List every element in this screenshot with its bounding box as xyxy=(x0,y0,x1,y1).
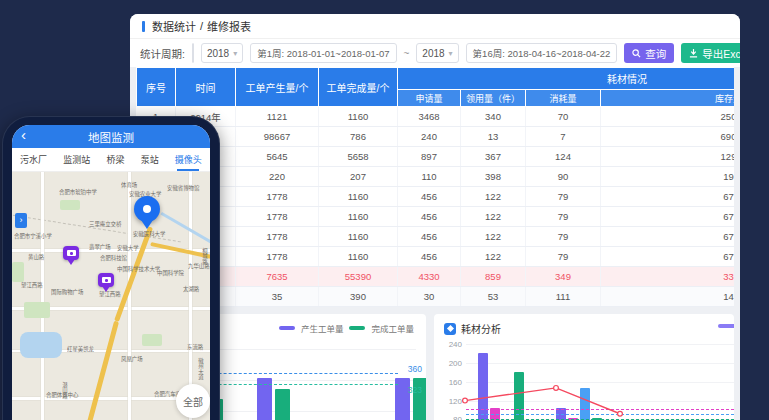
table-cell: 690 xyxy=(601,127,735,147)
table-cell: 55390 xyxy=(319,267,398,287)
bar xyxy=(275,389,290,420)
analysis-icon xyxy=(444,323,456,335)
export-excel-button[interactable]: 导出Excel xyxy=(681,43,740,63)
camera-marker[interactable] xyxy=(98,273,114,287)
table-cell: 398 xyxy=(461,167,526,187)
table-cell: 53 xyxy=(461,287,526,307)
y-axis-tick: 200 xyxy=(440,359,462,368)
table-cell: 4330 xyxy=(398,267,461,287)
table-cell: 340 xyxy=(461,107,526,127)
breadcrumb-section[interactable]: 数据统计 xyxy=(152,18,196,34)
chevron-down-icon: ▾ xyxy=(449,49,453,58)
table-cell: 5645 xyxy=(236,147,319,167)
column-header: 序号 xyxy=(137,68,176,107)
table-cell: 122 xyxy=(461,227,526,247)
breadcrumb-accent-bar xyxy=(142,21,145,32)
selected-location-pin[interactable] xyxy=(134,196,160,222)
sub-column-header: 消耗量 xyxy=(526,90,601,107)
table-row: 98667786240137690 xyxy=(137,127,735,147)
map-label: 安徽省博物馆 xyxy=(167,184,199,192)
map-label: 合肥市琥珀中学 xyxy=(59,188,97,196)
legend-swatch xyxy=(718,324,734,328)
breadcrumb: 数据统计 / 维修报表 xyxy=(130,14,740,39)
period-label: 统计周期: xyxy=(140,46,185,61)
map-label: 桐城路 xyxy=(201,248,209,264)
table-row: 56455658897367124129 xyxy=(137,147,735,167)
table-cell: 349 xyxy=(526,267,601,287)
end-week-field[interactable]: 第16周: 2018-04-16~2018-04-22 xyxy=(466,43,618,63)
highway xyxy=(87,321,119,420)
tab-摄像头[interactable]: 摄像头 xyxy=(175,149,202,170)
table-row: 177811604561227967 xyxy=(137,247,735,267)
report-table-wrap: 序号时间工单产生量/个工单完成量/个耗材情况申请量领用量（件）消耗量库存量120… xyxy=(136,67,734,307)
start-year-select[interactable]: 2018 ▾ xyxy=(201,43,243,63)
phone-screen: ‹ 地图监测 污水厂监测站桥梁泵站摄像头 xyxy=(12,125,210,420)
table-cell: 111 xyxy=(526,287,601,307)
tab-桥梁[interactable]: 桥梁 xyxy=(106,149,124,170)
road xyxy=(189,172,192,420)
table-cell: 1778 xyxy=(236,207,319,227)
park-area xyxy=(142,334,162,346)
table-cell: 220 xyxy=(236,167,319,187)
start-week-field[interactable]: 第1周: 2018-01-01~2018-01-07 xyxy=(250,43,396,63)
chart-title-row: 耗材分析 xyxy=(444,321,501,336)
average-reference-line xyxy=(466,409,734,410)
charts-row: 产生工单量完成工单量 360323 耗材分析 2402001601208040 xyxy=(138,314,734,420)
range-separator: ~ xyxy=(404,48,410,59)
show-all-button[interactable]: 全部 xyxy=(176,384,210,418)
y-axis-tick: 120 xyxy=(440,397,462,406)
group-column-header: 耗材情况 xyxy=(398,68,735,90)
search-icon xyxy=(632,49,641,58)
table-cell: 1160 xyxy=(319,247,398,267)
breadcrumb-separator: / xyxy=(200,20,203,32)
table-cell: 98667 xyxy=(236,127,319,147)
map-label: 红星美凯龙 xyxy=(67,345,94,353)
table-cell: 110 xyxy=(398,167,461,187)
table-cell: 5658 xyxy=(319,147,398,167)
map-label: 体育场 xyxy=(121,181,137,189)
table-cell: 786 xyxy=(319,127,398,147)
tab-污水厂[interactable]: 污水厂 xyxy=(20,149,47,170)
table-cell: 30 xyxy=(398,287,461,307)
camera-marker[interactable] xyxy=(63,246,79,260)
table-cell: 79 xyxy=(526,227,601,247)
table-cell: 67 xyxy=(601,247,735,267)
period-segmented-control: 年季月周日 xyxy=(192,43,194,63)
table-cell: 1160 xyxy=(319,187,398,207)
map-label: 中国科学技术大学 xyxy=(117,265,160,273)
table-cell: 240 xyxy=(398,127,461,147)
map-label: 中国科学院 xyxy=(157,269,184,277)
table-cell: 1778 xyxy=(236,187,319,207)
table-cell: 90 xyxy=(526,167,601,187)
phone-mockup: ‹ 地图监测 污水厂监测站桥梁泵站摄像头 xyxy=(2,116,220,420)
expand-panel-button[interactable]: › xyxy=(15,213,27,228)
table-cell: 33 xyxy=(601,267,735,287)
table-cell: 1160 xyxy=(319,207,398,227)
map-label: 东流路 xyxy=(187,343,203,351)
end-year-select[interactable]: 2018 ▾ xyxy=(416,43,458,63)
table-cell: 1778 xyxy=(236,247,319,267)
marker-pointer xyxy=(67,259,75,265)
table-cell: 1778 xyxy=(236,227,319,247)
search-button[interactable]: 查询 xyxy=(624,43,674,63)
table-cell: 367 xyxy=(461,147,526,167)
period-option-年[interactable]: 年 xyxy=(193,44,194,62)
gridline xyxy=(466,363,734,364)
tab-泵站[interactable]: 泵站 xyxy=(141,149,159,170)
table-cell: 1160 xyxy=(319,227,398,247)
phone-tab-bar: 污水厂监测站桥梁泵站摄像头 xyxy=(12,148,210,172)
table-cell: 456 xyxy=(398,187,461,207)
back-icon[interactable]: ‹ xyxy=(21,126,26,143)
map-view[interactable]: › 全部 体育场安徽农业大学安徽省博物馆合肥市琥珀中学三里庵立交桥合肥市宁溪小学… xyxy=(12,172,210,420)
map-label: 徽州大道 xyxy=(197,358,205,380)
table-cell: 124 xyxy=(526,147,601,167)
table-cell: 7 xyxy=(526,127,601,147)
park-area xyxy=(24,302,50,318)
table-row: 177811604561227967 xyxy=(137,187,735,207)
table-cell: 859 xyxy=(461,267,526,287)
breadcrumb-page: 维修报表 xyxy=(207,18,251,34)
table-cell: 19 xyxy=(601,167,735,187)
table-cell: 3468 xyxy=(398,107,461,127)
y-axis-tick: 240 xyxy=(440,340,462,349)
tab-监测站[interactable]: 监测站 xyxy=(63,149,90,170)
